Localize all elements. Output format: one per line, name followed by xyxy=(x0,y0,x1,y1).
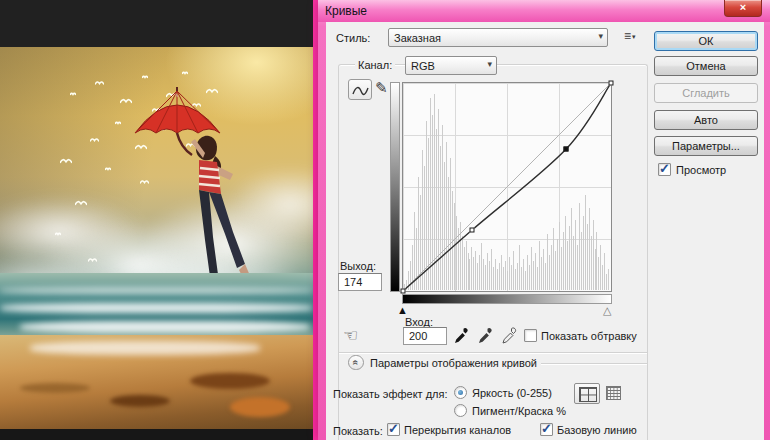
check-icon: ✓ xyxy=(541,421,552,436)
bird-icon xyxy=(115,121,121,125)
curve-point[interactable] xyxy=(564,147,569,152)
auto-button[interactable]: Авто xyxy=(654,110,758,130)
check-icon: ✓ xyxy=(659,161,670,176)
smooth-button: Сгладить xyxy=(654,83,758,103)
dialog-title: Кривые xyxy=(325,4,367,18)
preview-label: Просмотр xyxy=(676,164,726,176)
seaweed xyxy=(230,397,290,417)
black-point-eyedropper-icon[interactable] xyxy=(454,327,470,344)
curve-icon xyxy=(352,84,369,96)
light-radio[interactable] xyxy=(454,386,467,399)
photo-girl-umbrella-beach xyxy=(0,47,313,429)
bird-icon xyxy=(60,157,72,164)
section-title-rule xyxy=(541,363,647,364)
document-canvas[interactable] xyxy=(0,0,313,440)
curve-point[interactable] xyxy=(609,81,614,86)
foam xyxy=(0,303,313,313)
style-dropdown[interactable]: Заказная ▾ xyxy=(388,28,608,47)
bird-icon xyxy=(95,80,104,85)
seaweed xyxy=(110,395,170,407)
preset-menu-arrow-icon: ▾ xyxy=(632,33,636,41)
check-icon: ✓ xyxy=(388,421,399,436)
chevron-down-icon: ▾ xyxy=(487,59,492,69)
light-radio-label: Яркость (0-255) xyxy=(472,387,552,399)
seaweed xyxy=(190,373,270,389)
style-value: Заказная xyxy=(394,32,441,44)
channel-overlays-label: Перекрытия каналов xyxy=(404,424,511,436)
bird-icon xyxy=(142,75,148,79)
cancel-button[interactable]: Отмена xyxy=(654,56,758,76)
pencil-tool-icon[interactable]: ✎ xyxy=(375,79,388,97)
collapse-section-button[interactable]: « xyxy=(348,355,364,370)
white-point-eyedropper-icon[interactable] xyxy=(502,327,518,344)
beach-sand xyxy=(0,335,313,429)
output-gradient-bar xyxy=(390,82,400,292)
channel-overlays-checkbox[interactable]: ✓ xyxy=(387,423,400,436)
seaweed xyxy=(20,383,90,393)
sea xyxy=(0,273,313,339)
foam-edge xyxy=(30,341,260,355)
bird-icon xyxy=(90,137,99,142)
channel-dropdown[interactable]: RGB ▾ xyxy=(405,56,497,75)
show-label: Показать: xyxy=(333,425,383,437)
show-clipping-checkbox[interactable]: ✓ xyxy=(524,329,537,342)
chevron-down-icon: ▾ xyxy=(598,31,603,41)
canvas-letterbox-bottom xyxy=(0,429,313,440)
curves-dialog: Кривые × Стиль: Заказная ▾ ≡ ▾ ОК Отмена… xyxy=(318,0,770,440)
preset-menu-icon[interactable]: ≡ xyxy=(624,29,631,43)
input-gradient-bar xyxy=(402,294,612,304)
close-button[interactable]: × xyxy=(724,0,762,17)
output-input[interactable] xyxy=(338,273,382,291)
bird-icon xyxy=(70,92,76,96)
foam xyxy=(0,287,313,294)
input-input[interactable] xyxy=(403,327,447,345)
section-title: Параметры отображения кривой xyxy=(370,357,537,369)
canvas-letterbox-top xyxy=(0,0,313,47)
simple-grid-icon[interactable] xyxy=(574,383,600,404)
channel-value: RGB xyxy=(411,60,435,72)
chevron-up-icon: « xyxy=(350,360,363,366)
section-divider xyxy=(339,352,647,353)
curve-plot xyxy=(403,83,611,291)
show-clipping-label: Показать обтравку xyxy=(541,330,637,342)
channel-label: Канал: xyxy=(355,59,395,71)
targeted-adjustment-hand-icon[interactable]: ☜ xyxy=(343,325,358,346)
edit-points-tool-button[interactable] xyxy=(348,79,372,100)
gray-point-eyedropper-icon[interactable] xyxy=(478,327,494,344)
baseline-checkbox[interactable]: ✓ xyxy=(540,423,553,436)
bird-icon xyxy=(140,179,149,184)
dialog-body: Стиль: Заказная ▾ ≡ ▾ ОК Отмена Сгладить… xyxy=(326,22,764,440)
bird-icon xyxy=(105,167,111,171)
curve-point[interactable] xyxy=(401,289,406,294)
style-label: Стиль: xyxy=(336,32,370,44)
baseline-label: Базовую линию xyxy=(557,424,637,436)
bird-icon xyxy=(182,71,188,75)
baseline xyxy=(403,83,611,291)
effect-for-label: Показать эффект для: xyxy=(333,388,448,400)
foam xyxy=(20,321,310,333)
black-point-slider[interactable]: ▲ xyxy=(397,305,408,315)
detailed-grid-icon[interactable] xyxy=(606,386,621,400)
curve-graph[interactable] xyxy=(402,82,612,292)
preview-checkbox[interactable]: ✓ xyxy=(658,163,671,176)
white-point-slider[interactable]: △ xyxy=(603,305,611,315)
options-button[interactable]: Параметры... xyxy=(654,136,758,156)
ok-button[interactable]: ОК xyxy=(654,31,758,51)
curve-point[interactable] xyxy=(470,227,475,232)
pigment-radio-label: Пигмент/Краска % xyxy=(472,405,566,417)
output-label: Выход: xyxy=(340,260,376,272)
pigment-radio[interactable] xyxy=(454,404,467,417)
dialog-titlebar[interactable]: Кривые × xyxy=(318,0,770,22)
